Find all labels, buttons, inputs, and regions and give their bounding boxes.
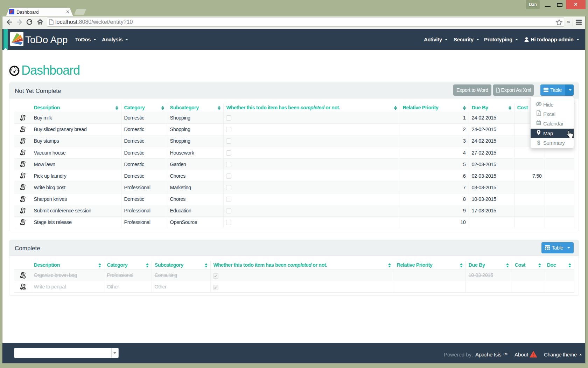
svg-text:x: x <box>538 112 539 115</box>
